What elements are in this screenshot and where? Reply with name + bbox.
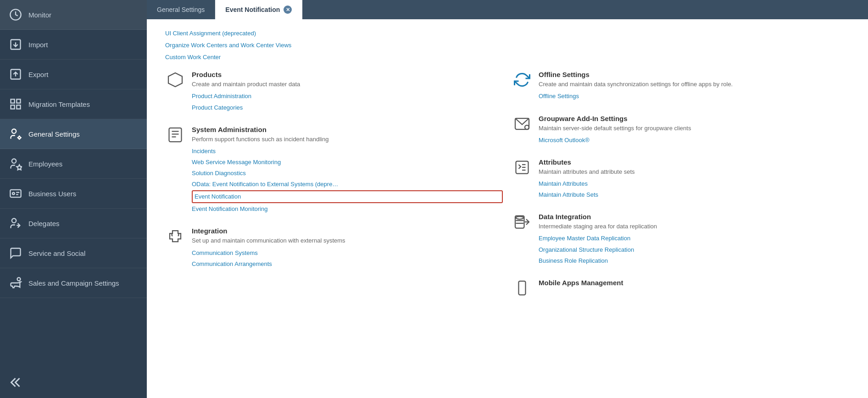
- svg-rect-21: [169, 128, 182, 142]
- link-product-categories[interactable]: Product Categories: [192, 103, 503, 113]
- sidebar-item-import[interactable]: Import: [0, 30, 147, 60]
- products-body: Products Create and maintain product mas…: [192, 71, 503, 112]
- link-ui-client[interactable]: UI Client Assignment (deprecated): [165, 28, 854, 39]
- link-product-admin[interactable]: Product Administration: [192, 91, 503, 101]
- chat-person-icon: [9, 247, 22, 260]
- link-offline-settings[interactable]: Offline Settings: [539, 91, 850, 101]
- sidebar-item-sales-campaign[interactable]: Sales and Campaign Settings: [0, 268, 147, 298]
- link-maintain-attribute-sets[interactable]: Maintain Attribute Sets: [539, 190, 850, 200]
- svg-rect-7: [11, 105, 15, 109]
- person-card-icon: [9, 187, 22, 200]
- link-web-service[interactable]: Web Service Message Monitoring: [192, 157, 503, 167]
- sidebar-item-delegates[interactable]: Delegates: [0, 209, 147, 238]
- sidebar-item-import-label: Import: [28, 41, 48, 49]
- db-arrow-icon: [512, 213, 532, 233]
- svg-point-11: [12, 159, 16, 163]
- groupware-links: Microsoft Outlook®: [539, 135, 850, 145]
- tab-event-notification-close[interactable]: ✕: [284, 6, 292, 14]
- sidebar-item-monitor[interactable]: Monitor: [0, 0, 147, 30]
- svg-rect-5: [11, 100, 15, 103]
- sidebar-item-migration-templates[interactable]: Migration Templates: [0, 89, 147, 119]
- link-employee-master[interactable]: Employee Master Data Replication: [539, 233, 850, 243]
- system-admin-links: Incidents Web Service Message Monitoring…: [192, 146, 503, 215]
- mobile-apps-body: Mobile Apps Management: [539, 279, 850, 299]
- link-event-notification[interactable]: Event Notification: [192, 190, 503, 203]
- svg-point-33: [516, 216, 524, 219]
- svg-rect-8: [17, 105, 20, 109]
- offline-title: Offline Settings: [539, 71, 850, 78]
- products-title: Products: [192, 71, 503, 78]
- sidebar-item-export-label: Export: [28, 71, 48, 78]
- system-admin-desc: Perform support functions such as incide…: [192, 135, 503, 144]
- sidebar-item-general-settings-label: General Settings: [28, 130, 80, 138]
- section-groupware: Groupware Add-In Settings Maintain serve…: [512, 115, 850, 145]
- link-custom-work[interactable]: Custom Work Center: [165, 52, 854, 62]
- svg-point-10: [18, 137, 21, 139]
- main-area: General Settings Event Notification ✕ UI…: [147, 0, 868, 398]
- section-mobile-apps: Mobile Apps Management: [512, 279, 850, 299]
- link-microsoft-outlook[interactable]: Microsoft Outlook®: [539, 135, 850, 145]
- sidebar-collapse-button[interactable]: [0, 367, 147, 398]
- document-list-icon: [165, 126, 185, 146]
- link-maintain-attributes[interactable]: Maintain Attributes: [539, 179, 850, 189]
- link-odata-event[interactable]: OData: Event Notification to External Sy…: [192, 179, 503, 189]
- clock-icon: [9, 8, 22, 21]
- groupware-body: Groupware Add-In Settings Maintain serve…: [539, 115, 850, 145]
- puzzle-icon: [165, 227, 185, 247]
- svg-point-26: [525, 125, 529, 129]
- groupware-desc: Maintain server-side default settings fo…: [539, 124, 850, 133]
- data-integration-links: Employee Master Data Replication Organiz…: [539, 233, 850, 265]
- link-organize-work[interactable]: Organize Work Centers and Work Center Vi…: [165, 40, 854, 50]
- groupware-title: Groupware Add-In Settings: [539, 115, 850, 122]
- system-admin-title: System Administration: [192, 126, 503, 133]
- offline-desc: Create and maintain data synchronization…: [539, 80, 850, 88]
- right-column: Offline Settings Create and maintain dat…: [507, 71, 854, 311]
- sidebar-item-general-settings[interactable]: General Settings: [0, 119, 147, 149]
- tab-event-notification-label: Event Notification: [225, 6, 280, 13]
- sidebar-item-employees-label: Employees: [28, 160, 62, 168]
- svg-point-9: [12, 129, 16, 133]
- attributes-title: Attributes: [539, 158, 850, 166]
- tab-general-settings-label: General Settings: [157, 6, 205, 13]
- section-products: Products Create and maintain product mas…: [165, 71, 503, 112]
- tab-event-notification[interactable]: Event Notification ✕: [215, 0, 302, 19]
- svg-rect-37: [519, 281, 526, 295]
- section-integration: Integration Set up and maintain communic…: [165, 227, 503, 269]
- svg-marker-12: [17, 165, 22, 170]
- sidebar-item-monitor-label: Monitor: [28, 11, 51, 19]
- system-admin-body: System Administration Perform support fu…: [192, 126, 503, 215]
- grid-icon: [9, 98, 22, 111]
- section-grid: Products Create and maintain product mas…: [161, 71, 854, 311]
- sidebar-item-delegates-label: Delegates: [28, 220, 60, 227]
- link-event-monitoring[interactable]: Event Notification Monitoring: [192, 204, 503, 214]
- sidebar-item-business-users[interactable]: Business Users: [0, 179, 147, 209]
- sidebar-item-export[interactable]: Export: [0, 60, 147, 89]
- integration-links: Communication Systems Communication Arra…: [192, 248, 503, 269]
- svg-point-14: [12, 193, 15, 195]
- link-org-structure[interactable]: Organizational Structure Replication: [539, 245, 850, 255]
- integration-title: Integration: [192, 227, 503, 235]
- tab-general-settings[interactable]: General Settings: [147, 0, 215, 19]
- person-star-icon: [9, 157, 22, 170]
- link-solution-diag[interactable]: Solution Diagnostics: [192, 168, 503, 178]
- sidebar-item-service-social[interactable]: Service and Social: [0, 238, 147, 268]
- sidebar-item-employees[interactable]: Employees: [0, 149, 147, 179]
- svg-marker-20: [168, 73, 182, 87]
- megaphone-icon: [9, 276, 22, 289]
- hexagon-icon: [165, 71, 185, 91]
- mobile-apps-title: Mobile Apps Management: [539, 279, 850, 287]
- import-icon: [9, 38, 22, 51]
- export-icon: [9, 68, 22, 81]
- svg-rect-6: [17, 100, 20, 103]
- sidebar-item-migration-templates-label: Migration Templates: [28, 100, 90, 108]
- section-offline: Offline Settings Create and maintain dat…: [512, 71, 850, 101]
- person-arrow-icon: [9, 217, 22, 230]
- link-comm-arrangements[interactable]: Communication Arrangements: [192, 259, 503, 269]
- link-incidents[interactable]: Incidents: [192, 146, 503, 156]
- offline-body: Offline Settings Create and maintain dat…: [539, 71, 850, 101]
- top-links: UI Client Assignment (deprecated) Organi…: [161, 28, 854, 62]
- attributes-desc: Maintain attributes and attribute sets: [539, 168, 850, 176]
- section-attributes: Attributes Maintain attributes and attri…: [512, 158, 850, 200]
- link-comm-systems[interactable]: Communication Systems: [192, 248, 503, 258]
- link-business-role[interactable]: Business Role Replication: [539, 256, 850, 266]
